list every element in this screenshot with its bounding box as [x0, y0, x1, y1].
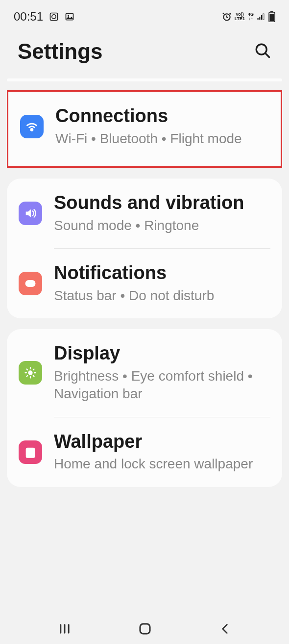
- svg-point-3: [68, 15, 69, 17]
- settings-list: Connections Wi-Fi • Bluetooth • Flight m…: [0, 90, 289, 487]
- signal-icon: [257, 12, 265, 21]
- home-button[interactable]: [128, 617, 162, 641]
- svg-point-1: [52, 15, 56, 19]
- notifications-icon: [19, 272, 42, 295]
- settings-item-display[interactable]: Display Brightness • Eye comfort shield …: [7, 329, 282, 416]
- search-button[interactable]: [254, 42, 271, 61]
- settings-item-wallpaper[interactable]: Wallpaper Home and lock screen wallpaper: [7, 417, 282, 487]
- svg-point-15: [26, 282, 30, 285]
- item-title: Display: [54, 343, 270, 364]
- settings-group-sounds: Sounds and vibration Sound mode • Ringto…: [7, 179, 282, 318]
- recents-button[interactable]: [48, 617, 81, 641]
- brightness-icon: [19, 361, 42, 385]
- item-subtitle: Brightness • Eye comfort shield • Naviga…: [54, 367, 270, 403]
- svg-rect-6: [259, 17, 260, 20]
- status-time: 00:51: [14, 10, 43, 24]
- svg-rect-11: [270, 14, 274, 22]
- gallery-app-icon: [65, 12, 74, 22]
- navigation-bar: [0, 614, 289, 644]
- status-bar-right: Vo))LTE1 4G↓↑: [222, 11, 275, 22]
- item-title: Connections: [55, 105, 269, 127]
- page-title: Settings: [18, 39, 103, 64]
- status-bar-left: 00:51: [14, 10, 74, 24]
- svg-rect-19: [140, 624, 150, 634]
- item-content: Wallpaper Home and lock screen wallpaper: [54, 431, 270, 473]
- svg-rect-0: [50, 13, 58, 21]
- battery-icon: [268, 11, 275, 22]
- item-subtitle: Wi-Fi • Bluetooth • Flight mode: [55, 130, 269, 148]
- item-title: Wallpaper: [54, 431, 270, 453]
- wifi-icon: [20, 115, 44, 138]
- sound-icon: [19, 202, 42, 225]
- item-title: Notifications: [54, 262, 270, 284]
- volte-indicator: Vo))LTE1: [235, 12, 245, 21]
- svg-rect-7: [261, 15, 262, 20]
- status-bar: 00:51 Vo))LTE1 4G↓↑: [0, 0, 289, 29]
- item-content: Display Brightness • Eye comfort shield …: [54, 343, 270, 403]
- svg-rect-8: [263, 14, 264, 20]
- item-content: Sounds and vibration Sound mode • Ringto…: [54, 192, 270, 234]
- network-indicator: 4G↓↑: [248, 12, 254, 21]
- item-content: Notifications Status bar • Do not distur…: [54, 262, 270, 305]
- back-button[interactable]: [209, 618, 241, 640]
- svg-point-13: [31, 129, 33, 131]
- settings-group-display: Display Brightness • Eye comfort shield …: [7, 329, 282, 487]
- settings-item-sounds[interactable]: Sounds and vibration Sound mode • Ringto…: [7, 179, 282, 248]
- item-subtitle: Sound mode • Ringtone: [54, 217, 270, 234]
- item-subtitle: Status bar • Do not disturb: [54, 287, 270, 305]
- svg-point-16: [28, 371, 32, 375]
- spacer-bar: [7, 78, 282, 81]
- svg-rect-5: [258, 18, 259, 20]
- settings-group-connections: Connections Wi-Fi • Bluetooth • Flight m…: [7, 90, 282, 168]
- settings-item-notifications[interactable]: Notifications Status bar • Do not distur…: [7, 249, 282, 318]
- clock-app-icon: [49, 12, 59, 22]
- item-title: Sounds and vibration: [54, 192, 270, 214]
- alarm-icon: [222, 12, 232, 22]
- settings-header: Settings: [0, 29, 289, 78]
- item-content: Connections Wi-Fi • Bluetooth • Flight m…: [55, 105, 269, 148]
- wallpaper-icon: [19, 440, 42, 464]
- item-subtitle: Home and lock screen wallpaper: [54, 455, 270, 473]
- svg-point-18: [27, 450, 30, 452]
- settings-item-connections[interactable]: Connections Wi-Fi • Bluetooth • Flight m…: [8, 92, 281, 161]
